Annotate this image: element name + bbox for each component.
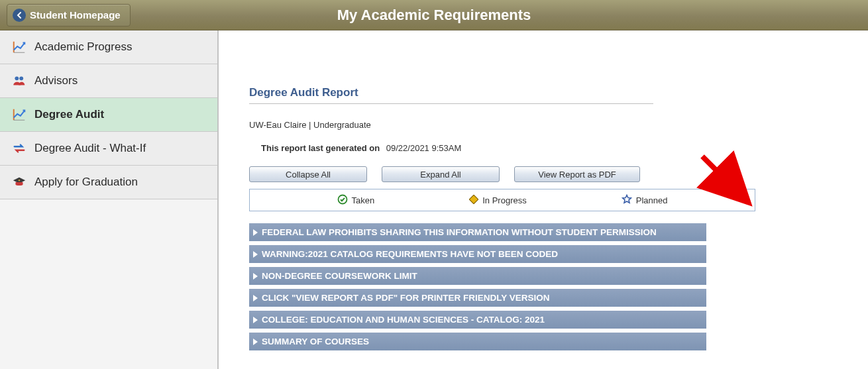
back-button-label: Student Homepage [30,9,121,21]
collapse-all-button[interactable]: Collapse All [249,166,367,182]
section-bar-label: COLLEGE: EDUCATION AND HUMAN SCIENCES - … [262,315,545,325]
institution-line: UW-Eau Claire | Undergraduate [249,120,848,130]
section-bar-label: SUMMARY OF COURSES [262,337,369,346]
section-bar[interactable]: COLLEGE: EDUCATION AND HUMAN SCIENCES - … [249,311,706,329]
expand-triangle-icon [253,273,258,280]
expand-triangle-icon [253,251,258,258]
svg-point-1 [19,76,23,80]
section-bar[interactable]: SUMMARY OF COURSES [249,333,706,350]
sidebar-item-apply-graduation[interactable]: Apply for Graduation [0,166,217,199]
expand-triangle-icon [253,317,258,323]
action-button-row: Collapse All Expand All View Report as P… [249,166,848,182]
svg-point-2 [19,180,20,181]
sidebar-item-label: Academic Progress [34,40,132,54]
section-bar[interactable]: FEDERAL LAW PROHIBITS SHARING THIS INFOR… [249,223,706,241]
legend-planned-label: Planned [636,195,668,205]
view-report-pdf-button[interactable]: View Report as PDF [514,166,640,182]
main-content: Degree Audit Report UW-Eau Claire | Unde… [219,30,868,369]
section-bar-label: CLICK "VIEW REPORT AS PDF" FOR PRINTER F… [262,293,550,303]
back-button[interactable]: Student Homepage [7,4,131,26]
generated-line: This report last generated on 09/22/2021… [261,143,848,153]
swap-arrows-icon [11,141,28,156]
legend-taken: Taken [337,194,375,207]
legend-taken-label: Taken [352,195,375,205]
star-icon [622,194,632,207]
legend: Taken In Progress Planned [249,189,755,211]
section-bar-label: FEDERAL LAW PROHIBITS SHARING THIS INFOR… [262,227,657,237]
svg-point-0 [15,76,19,80]
sidebar-item-degree-audit[interactable]: Degree Audit [0,98,217,132]
legend-in-progress-label: In Progress [482,195,526,205]
sidebar-item-label: Degree Audit - What-If [34,142,146,155]
app-header: Student Homepage My Academic Requirement… [0,0,868,30]
sidebar: Academic Progress Advisors Degree Audit … [0,30,219,369]
sidebar-item-label: Apply for Graduation [34,176,138,189]
sidebar-item-label: Advisors [34,74,78,87]
section-bar[interactable]: NON-DEGREE COURSEWORK LIMIT [249,267,706,285]
generated-prefix: This report last generated on [261,143,380,153]
section-bar-label: WARNING:2021 CATALOG REQUIREMENTS HAVE N… [262,249,558,259]
expand-triangle-icon [253,295,258,301]
section-bar[interactable]: WARNING:2021 CATALOG REQUIREMENTS HAVE N… [249,245,706,263]
section-title: Degree Audit Report [249,86,653,104]
diamond-icon [469,195,478,206]
svg-rect-4 [469,195,478,204]
expand-all-button[interactable]: Expand All [382,166,500,182]
people-icon [11,74,28,88]
check-circle-icon [337,194,348,207]
section-bar-label: NON-DEGREE COURSEWORK LIMIT [262,271,417,281]
generated-timestamp: 09/22/2021 9:53AM [386,143,461,153]
sidebar-item-label: Degree Audit [34,108,104,121]
back-arrow-icon [13,9,26,22]
sidebar-item-advisors[interactable]: Advisors [0,64,217,98]
expand-triangle-icon [253,339,258,345]
graduation-cap-icon [11,175,28,189]
chart-line-icon [11,107,28,122]
legend-in-progress: In Progress [469,195,526,206]
legend-planned: Planned [622,194,668,207]
sidebar-item-degree-audit-whatif[interactable]: Degree Audit - What-If [0,132,217,166]
annotation-arrow-icon [696,150,769,223]
section-bar[interactable]: CLICK "VIEW REPORT AS PDF" FOR PRINTER F… [249,289,706,307]
sidebar-item-academic-progress[interactable]: Academic Progress [0,30,217,64]
expand-triangle-icon [253,229,258,236]
chart-line-icon [11,40,28,54]
